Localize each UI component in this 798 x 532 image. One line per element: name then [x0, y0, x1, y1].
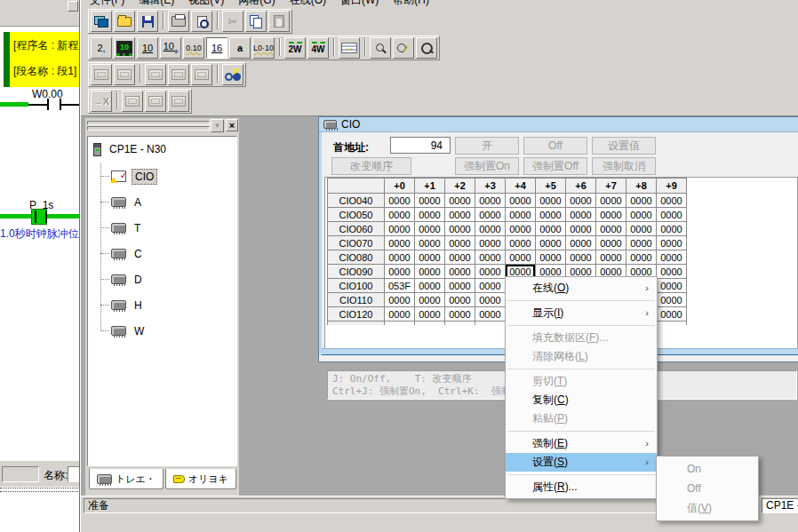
- memory-cell[interactable]: 0000: [506, 208, 536, 222]
- memory-window-titlebar[interactable]: CIO: [319, 117, 798, 132]
- name-input[interactable]: [68, 466, 80, 482]
- new-window-button[interactable]: [91, 11, 112, 32]
- four-word-display-button[interactable]: 4W: [307, 37, 329, 59]
- memory-cell[interactable]: 0000: [475, 236, 506, 250]
- memory-cell[interactable]: 0000: [536, 236, 566, 250]
- tree-item-a[interactable]: A: [100, 189, 157, 215]
- memory-cell[interactable]: 0000: [445, 293, 475, 307]
- contact-w000[interactable]: [47, 99, 49, 110]
- memory-cell[interactable]: 0000: [445, 279, 475, 293]
- force-cancel-button[interactable]: 强制取消: [592, 157, 656, 175]
- tree-item-c[interactable]: C: [100, 241, 157, 266]
- tab-memory[interactable]: トレエ・: [89, 469, 164, 489]
- memory-cell[interactable]: 0000: [657, 222, 687, 236]
- two-word-display-button[interactable]: 2W: [284, 37, 306, 59]
- memory-cell[interactable]: 0000: [657, 307, 687, 322]
- zoom-small-button[interactable]: [370, 37, 391, 59]
- memory-cell[interactable]: 0000: [445, 208, 475, 222]
- memory-cell[interactable]: 0000: [475, 208, 506, 222]
- memory-cell[interactable]: 0000: [657, 250, 687, 265]
- memory-cell[interactable]: 0000: [385, 322, 415, 326]
- contact-p1s[interactable]: [35, 210, 36, 223]
- memory-cell[interactable]: 0000: [415, 307, 445, 322]
- open-file-button[interactable]: [114, 11, 135, 32]
- print-preview-button[interactable]: [191, 11, 212, 32]
- memory-cell[interactable]: 0000: [657, 265, 687, 279]
- change-order-button[interactable]: 改变顺序: [331, 157, 411, 175]
- memory-cell[interactable]: 0000: [626, 194, 657, 208]
- print-button[interactable]: [168, 11, 189, 32]
- menu-item-copy[interactable]: 复制(C): [506, 391, 657, 409]
- memory-cell[interactable]: 0000: [415, 250, 445, 265]
- memory-cell[interactable]: 0000: [475, 194, 506, 208]
- menubar-item-6[interactable]: 窗口(W): [340, 0, 379, 8]
- memory-cell[interactable]: 0000: [596, 208, 626, 222]
- memory-cell[interactable]: 0000: [566, 222, 596, 236]
- zoom-check-button[interactable]: [393, 37, 414, 59]
- memory-cell[interactable]: 0000: [445, 236, 475, 250]
- copy-button[interactable]: [245, 11, 267, 32]
- memory-cell[interactable]: 0000: [445, 194, 475, 208]
- memory-cell[interactable]: 0000: [506, 250, 536, 265]
- menubar-item-7[interactable]: 帮助(H): [393, 0, 429, 8]
- memory-cell[interactable]: 0000: [536, 222, 566, 236]
- memory-cell[interactable]: 0000: [506, 236, 536, 250]
- memory-cell[interactable]: 0000: [385, 236, 415, 250]
- off-button[interactable]: Off: [523, 137, 587, 155]
- memory-cell[interactable]: 0000: [626, 222, 657, 236]
- memory-cell[interactable]: 0000: [415, 222, 445, 236]
- memory-cell[interactable]: 0000: [415, 208, 445, 222]
- text-display-button[interactable]: a: [229, 37, 251, 59]
- memory-cell[interactable]: 0000: [626, 208, 657, 222]
- memory-cell[interactable]: 0000: [596, 236, 626, 250]
- menu-item-force[interactable]: 强制(E)›: [506, 434, 657, 453]
- menu-item-properties[interactable]: 属性(R)...: [506, 478, 657, 496]
- memory-cell[interactable]: 0000: [415, 279, 445, 293]
- hex-display-button[interactable]: 16: [206, 37, 227, 59]
- signed-decimal-display-button[interactable]: 10: [160, 37, 181, 59]
- tree-item-w[interactable]: W: [100, 318, 157, 344]
- force-on-button[interactable]: 强制置On: [455, 157, 519, 175]
- address-grid-button[interactable]: [339, 37, 360, 59]
- memory-cell[interactable]: 0000: [445, 265, 475, 279]
- set-value-button[interactable]: 设置值: [592, 137, 656, 155]
- tree-item-d[interactable]: D: [100, 266, 157, 292]
- memory-cell[interactable]: 0000: [385, 208, 415, 222]
- memory-cell[interactable]: 0000: [445, 322, 475, 326]
- memory-cell[interactable]: 0000: [445, 222, 475, 236]
- binary-display-button[interactable]: 2,: [91, 37, 112, 59]
- monitor-button[interactable]: [222, 64, 243, 85]
- tree-item-cio[interactable]: CIO: [100, 163, 157, 189]
- start-address-input[interactable]: [390, 137, 451, 154]
- memory-cell[interactable]: 0000: [385, 250, 415, 265]
- memory-cell[interactable]: 0000: [475, 307, 506, 322]
- memory-cell[interactable]: 0000: [415, 293, 445, 307]
- menu-item-set[interactable]: 设置(S)›: [506, 453, 657, 472]
- memory-cell[interactable]: 0000: [415, 236, 445, 250]
- memory-cell[interactable]: 0000: [536, 194, 566, 208]
- memory-cell[interactable]: 0000: [657, 322, 687, 326]
- memory-cell[interactable]: 0000: [445, 250, 475, 265]
- memory-cell[interactable]: 0000: [657, 208, 687, 222]
- memory-cell[interactable]: 0000: [385, 222, 415, 236]
- tree-root-plc[interactable]: CP1E - N30: [93, 142, 169, 156]
- memory-cell[interactable]: 0000: [475, 265, 506, 279]
- chevron-down-icon[interactable]: ▼: [211, 119, 224, 132]
- memory-cell[interactable]: 0000: [475, 293, 506, 307]
- memory-cell[interactable]: 0000: [657, 236, 687, 250]
- memory-cell[interactable]: 0000: [626, 250, 657, 265]
- memory-cell[interactable]: 0000: [415, 194, 445, 208]
- menubar-item-1[interactable]: 文件(F): [90, 0, 124, 8]
- menu-item-display[interactable]: 显示(I)›: [506, 304, 657, 322]
- memory-cell[interactable]: 0000: [536, 208, 566, 222]
- memory-cell[interactable]: 0000: [626, 236, 657, 250]
- memory-cell[interactable]: 0000: [415, 322, 445, 326]
- tab-address[interactable]: オリヨキ: [165, 469, 236, 489]
- memory-cell[interactable]: 0000: [475, 250, 506, 265]
- memory-cell[interactable]: 0000: [506, 222, 536, 236]
- memory-cell[interactable]: 0000: [566, 208, 596, 222]
- memory-cell[interactable]: 0000: [657, 293, 687, 307]
- memory-cell[interactable]: 0000: [596, 250, 626, 265]
- float-display-button[interactable]: 0.10: [183, 37, 204, 59]
- menubar-item-5[interactable]: 在线(O): [290, 0, 326, 8]
